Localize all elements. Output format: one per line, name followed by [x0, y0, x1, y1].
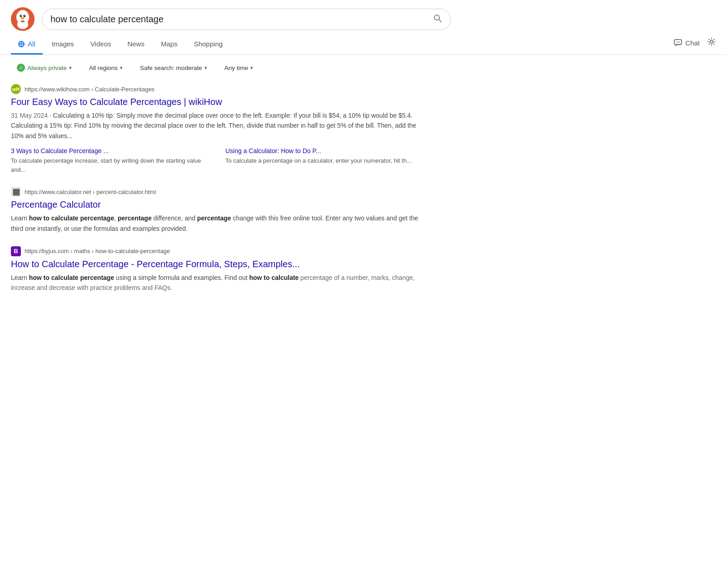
safe-search-filter[interactable]: Safe search: moderate ▾ — [134, 61, 213, 75]
time-filter[interactable]: Any time ▾ — [219, 61, 259, 75]
result-snippet-wikihow: 31 May 2024 · Calculating a 10% tip: Sim… — [11, 110, 425, 141]
result-byjus: B https://byjus.com › maths › how-to-cal… — [11, 246, 425, 293]
result-snippet-byjus: Learn how to calculate percentage using … — [11, 273, 425, 293]
search-input[interactable]: how to calculate percentage — [50, 14, 433, 25]
nav-item-shopping[interactable]: Shopping — [187, 35, 230, 55]
regions-filter[interactable]: All regions ▾ — [83, 61, 129, 75]
svg-point-5 — [21, 15, 22, 16]
svg-rect-9 — [21, 20, 25, 22]
favicon-wikihow: wH — [11, 84, 21, 94]
nav-items: All Images Videos News Maps Shopping — [11, 35, 673, 55]
header: how to calculate percentage — [0, 0, 727, 31]
result-title-byjus[interactable]: How to Calculate Percentage - Percentage… — [11, 258, 425, 270]
search-button[interactable] — [433, 14, 442, 25]
filters-bar: ✓ Always private ▾ All regions ▾ Safe se… — [0, 55, 727, 80]
settings-button[interactable] — [707, 37, 716, 49]
result-calculator-net: ▦ https://www.calculator.net › percent-c… — [11, 187, 425, 234]
private-check-icon: ✓ — [17, 64, 25, 72]
svg-line-11 — [439, 19, 442, 22]
result-url-calc: https://www.calculator.net › percent-cal… — [25, 189, 156, 195]
result-url-wikihow: https://www.wikihow.com › Calculate-Perc… — [25, 86, 154, 93]
chat-button[interactable]: Chat — [673, 38, 700, 47]
time-label: Any time — [224, 65, 249, 71]
ddg-logo[interactable] — [11, 7, 35, 31]
always-private-arrow: ▾ — [69, 65, 72, 71]
svg-point-18 — [710, 40, 713, 43]
favicon-byjus: B — [11, 246, 21, 256]
safe-search-label: Safe search: moderate — [140, 65, 202, 71]
nav-right: Chat — [673, 37, 716, 52]
always-private-label: Always private — [27, 65, 67, 71]
svg-point-2 — [18, 12, 27, 21]
sub-link-desc-1: To calculate percentage increase, start … — [11, 157, 201, 173]
nav-bar: All Images Videos News Maps Shopping Cha… — [0, 35, 727, 55]
sub-link-desc-2: To calculate a percentage on a calculato… — [225, 157, 412, 164]
result-snippet-calc: Learn how to calculate percentage, perce… — [11, 213, 425, 234]
svg-point-16 — [677, 42, 678, 43]
result-url-row: wH https://www.wikihow.com › Calculate-P… — [11, 84, 425, 94]
result-date-wikihow: 31 May 2024 — [11, 112, 48, 119]
safe-search-arrow: ▾ — [204, 65, 207, 71]
favicon-calc: ▦ — [11, 187, 21, 197]
time-arrow: ▾ — [250, 65, 253, 71]
nav-item-all[interactable]: All — [11, 35, 43, 55]
result-url-byjus: https://byjus.com › maths › how-to-calcu… — [25, 248, 170, 254]
nav-item-images[interactable]: Images — [45, 35, 81, 55]
sub-link-1: 3 Ways to Calculate Percentage ... To ca… — [11, 147, 211, 174]
sub-link-title-1[interactable]: 3 Ways to Calculate Percentage ... — [11, 147, 211, 154]
regions-label: All regions — [89, 65, 118, 71]
nav-item-news[interactable]: News — [120, 35, 152, 55]
nav-item-maps[interactable]: Maps — [154, 35, 185, 55]
svg-point-6 — [25, 15, 25, 16]
search-bar: how to calculate percentage — [42, 9, 451, 30]
regions-arrow: ▾ — [120, 65, 123, 71]
result-title-wikihow[interactable]: Four Easy Ways to Calculate Percentages … — [11, 96, 425, 108]
result-wikihow: wH https://www.wikihow.com › Calculate-P… — [11, 84, 425, 174]
svg-point-3 — [20, 15, 22, 17]
result-url-row-calc: ▦ https://www.calculator.net › percent-c… — [11, 187, 425, 197]
sub-link-2: Using a Calculator: How to Do P... To ca… — [225, 147, 425, 174]
always-private-filter[interactable]: ✓ Always private ▾ — [11, 60, 78, 75]
svg-point-15 — [676, 42, 677, 43]
chat-label: Chat — [685, 39, 700, 47]
nav-item-videos[interactable]: Videos — [83, 35, 119, 55]
sub-link-title-2[interactable]: Using a Calculator: How to Do P... — [225, 147, 425, 154]
svg-point-17 — [679, 42, 680, 43]
wikihow-sub-links: 3 Ways to Calculate Percentage ... To ca… — [11, 147, 425, 174]
result-title-calc[interactable]: Percentage Calculator — [11, 199, 425, 210]
search-results: wH https://www.wikihow.com › Calculate-P… — [0, 80, 436, 317]
svg-point-4 — [24, 15, 26, 17]
result-url-row-byjus: B https://byjus.com › maths › how-to-cal… — [11, 246, 425, 256]
